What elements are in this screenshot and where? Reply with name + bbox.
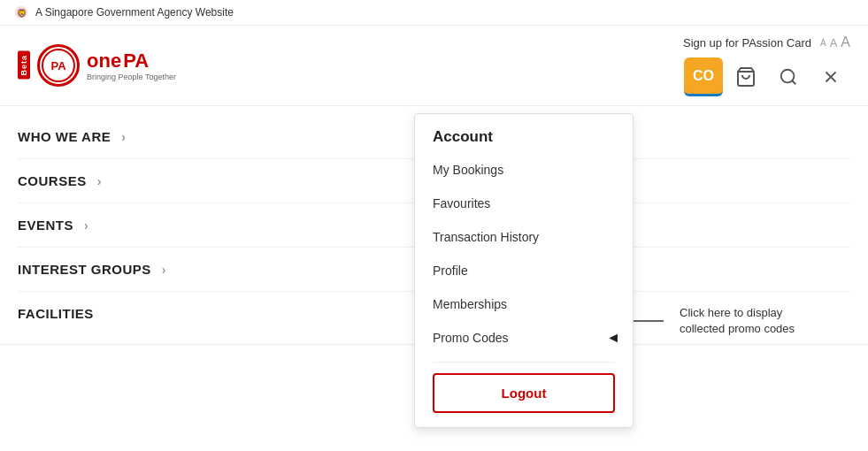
icon-row: CO <box>684 57 850 96</box>
cart-button[interactable] <box>726 57 765 96</box>
close-button[interactable] <box>811 57 850 96</box>
top-bar-label: A Singapore Government Agency Website <box>35 6 234 19</box>
dropdown-item-profile[interactable]: Profile <box>415 254 633 287</box>
annotation-text: Click here to display collected promo co… <box>680 305 821 337</box>
close-icon <box>821 67 841 87</box>
header: Beta PA one PA Bringing People Together … <box>0 26 868 106</box>
logo-text: one PA Bringing People Together <box>87 50 176 81</box>
logo-tagline: Bringing People Together <box>87 73 176 81</box>
signup-row: Sign up for PAssion Card A A A <box>683 34 850 50</box>
dropdown-item-my-bookings[interactable]: My Bookings <box>415 153 633 187</box>
font-size-small[interactable]: A <box>820 38 826 48</box>
logo-pa: PA <box>123 50 149 73</box>
dropdown-item-transaction-history[interactable]: Transaction History <box>415 220 633 254</box>
logout-button[interactable]: Logout <box>433 373 615 413</box>
logo-circle: PA <box>37 44 80 87</box>
user-avatar-button[interactable]: CO <box>684 57 723 96</box>
account-dropdown: Account My Bookings Favourites Transacti… <box>414 113 634 428</box>
dropdown-divider <box>433 362 615 363</box>
font-size-medium[interactable]: A <box>830 36 838 50</box>
svg-line-6 <box>792 80 795 84</box>
avatar: CO <box>687 60 719 92</box>
dropdown-title: Account <box>415 114 633 153</box>
logo-emblem-icon: PA <box>42 49 75 82</box>
header-right: Sign up for PAssion Card A A A CO <box>683 34 850 96</box>
font-size-large[interactable]: A <box>841 34 850 50</box>
dropdown-item-promo-codes-row: Promo Codes ◄ <box>415 321 633 355</box>
svg-text:🦁: 🦁 <box>17 8 27 19</box>
logo-one: one <box>87 50 121 73</box>
chevron-right-icon: › <box>162 263 166 277</box>
dropdown-item-promo-codes[interactable]: Promo Codes <box>415 321 633 355</box>
signup-text: Sign up for PAssion Card <box>683 36 811 50</box>
search-icon <box>779 67 798 87</box>
cart-icon <box>735 66 757 88</box>
search-button[interactable] <box>769 57 808 96</box>
top-bar: 🦁 A Singapore Government Agency Website <box>0 0 868 26</box>
promo-arrow-indicator: ◄ <box>606 330 620 346</box>
dropdown-item-memberships[interactable]: Memberships <box>415 287 633 321</box>
chevron-right-icon: › <box>121 130 126 144</box>
beta-badge: Beta <box>18 51 30 80</box>
logo-area: Beta PA one PA Bringing People Together <box>18 44 176 87</box>
font-size-controls: A A A <box>820 34 850 50</box>
chevron-right-icon: › <box>84 218 88 233</box>
svg-point-5 <box>781 70 795 83</box>
svg-text:PA: PA <box>50 59 66 73</box>
chevron-right-icon: › <box>97 174 102 188</box>
singapore-lion-icon: 🦁 <box>14 5 28 19</box>
dropdown-item-favourites[interactable]: Favourites <box>415 187 633 220</box>
